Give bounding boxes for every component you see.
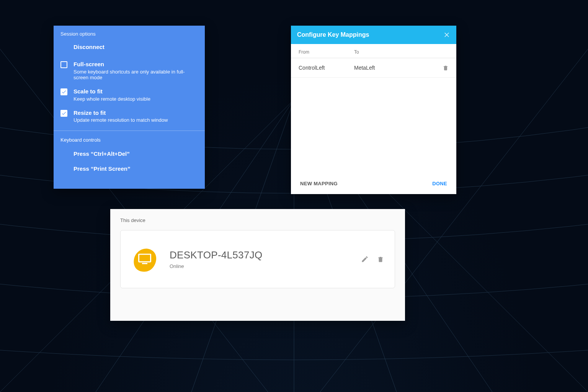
svg-rect-9 [139,254,151,262]
fullscreen-checkbox[interactable] [60,61,67,68]
section-divider [54,131,205,131]
header-from: From [299,49,354,55]
disconnect-button[interactable]: Disconnect [74,44,198,50]
mapping-to: MetaLeft [354,65,443,71]
device-actions [361,255,384,263]
check-icon [61,111,67,116]
device-name: DESKTOP-4L537JQ [170,249,361,261]
device-card[interactable]: DESKTOP-4L537JQ Online [120,230,395,288]
resize-checkbox[interactable] [60,110,67,117]
monitor-icon [138,253,151,264]
header-to: To [354,49,449,55]
key-mappings-footer: NEW MAPPING DONE [291,173,456,194]
scale-option[interactable]: Scale to fit Keep whole remote desktop v… [60,88,198,102]
mapping-from: ControlLeft [299,65,354,71]
fullscreen-option[interactable]: Full-screen Some keyboard shortcuts are … [60,61,198,80]
key-mappings-title: Configure Key Mappings [297,31,369,38]
close-icon[interactable] [443,31,450,38]
press-ctrl-alt-del-button[interactable]: Press “Ctrl+Alt+Del” [74,150,198,157]
device-status: Online [170,263,361,269]
new-mapping-button[interactable]: NEW MAPPING [300,181,338,186]
press-print-screen-button[interactable]: Press “Print Screen” [74,165,198,172]
edit-icon[interactable] [361,255,369,263]
this-device-panel: This device DESKTOP-4L537JQ Online [110,209,405,321]
keyboard-controls-title: Keyboard controls [60,137,198,143]
device-icon [131,247,158,272]
resize-option[interactable]: Resize to fit Update remote resolution t… [60,109,198,123]
key-mappings-panel: Configure Key Mappings From To ControlLe… [291,26,456,194]
scale-desc: Keep whole remote desktop visible [74,96,150,102]
key-mappings-titlebar: Configure Key Mappings [291,26,456,44]
check-icon [61,89,67,95]
this-device-title: This device [120,217,395,223]
fullscreen-label: Full-screen [74,61,192,68]
delete-icon[interactable] [377,255,384,263]
done-button[interactable]: DONE [432,181,447,186]
mapping-row[interactable]: ControlLeft MetaLeft [291,58,456,78]
session-options-panel: Session options Disconnect Full-screen S… [54,26,205,189]
scale-checkbox[interactable] [60,88,67,95]
resize-desc: Update remote resolution to match window [74,117,168,123]
key-mappings-headers: From To [291,44,456,58]
session-options-title: Session options [60,31,198,37]
fullscreen-desc: Some keyboard shortcuts are only availab… [74,69,192,80]
resize-label: Resize to fit [74,109,168,117]
trash-icon[interactable] [443,64,449,71]
scale-label: Scale to fit [74,88,150,95]
device-info: DESKTOP-4L537JQ Online [170,249,361,269]
